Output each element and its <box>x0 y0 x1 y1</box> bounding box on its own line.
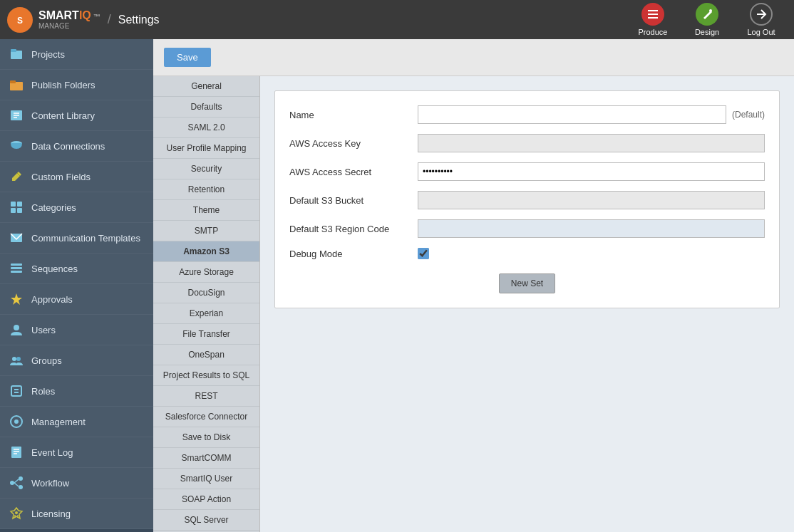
produce-button[interactable]: Produce <box>627 0 679 39</box>
roles-icon <box>9 383 24 399</box>
main-layout: Projects Publish Folders Content Library… <box>0 39 794 532</box>
sidebar-item-sequences[interactable]: Sequences <box>0 254 153 284</box>
sidebar-item-users[interactable]: Users <box>0 315 153 345</box>
field-label-debug-mode: Debug Mode <box>289 249 418 259</box>
logo-text: SMARTIQ™ MANAGE <box>38 9 100 30</box>
form-row-aws-access-key: AWS Access Key <box>289 134 765 152</box>
sidebar-item-content-library[interactable]: Content Library <box>0 100 153 131</box>
settings-nav-project-results-to-sql[interactable]: Project Results to SQL <box>153 365 259 386</box>
event-log-icon <box>9 444 24 460</box>
logout-button[interactable]: Log Out <box>736 0 787 39</box>
logo: S SMARTIQ™ MANAGE <box>7 7 100 33</box>
licensing-icon <box>9 506 24 521</box>
settings-nav-salesforce-connector[interactable]: Salesforce Connector <box>153 407 259 427</box>
sidebar-item-label: Roles <box>31 386 55 397</box>
logout-icon <box>750 3 773 26</box>
default-s3-bucket-input[interactable] <box>418 191 765 209</box>
svg-rect-4 <box>648 17 658 19</box>
settings-nav-user-profile-mapping[interactable]: User Profile Mapping <box>153 138 259 159</box>
users-icon <box>9 322 24 338</box>
svg-point-40 <box>19 485 23 489</box>
sidebar-item-label: Communication Templates <box>31 233 140 244</box>
sidebar-item-management[interactable]: Management <box>0 407 153 437</box>
settings-nav-rest[interactable]: REST <box>153 386 259 407</box>
settings-nav-file-transfer[interactable]: File Transfer <box>153 324 259 345</box>
name-input[interactable] <box>418 105 726 124</box>
settings-nav-theme[interactable]: Theme <box>153 200 259 221</box>
settings-nav-saml[interactable]: SAML 2.0 <box>153 118 259 138</box>
settings-nav-azure-storage[interactable]: Azure Storage <box>153 262 259 283</box>
categories-icon <box>9 199 24 215</box>
form-row-name: Name (Default) <box>289 105 765 124</box>
settings-nav-security[interactable]: Security <box>153 159 259 179</box>
sidebar-item-label: Groups <box>31 355 62 366</box>
settings-nav-smartiq-user[interactable]: SmartIQ User <box>153 469 259 489</box>
sidebar-item-roles[interactable]: Roles <box>0 376 153 407</box>
debug-mode-checkbox[interactable] <box>418 248 429 259</box>
sidebar-item-publish-folders[interactable]: Publish Folders <box>0 70 153 100</box>
sidebar-item-workflow[interactable]: Workflow <box>0 468 153 499</box>
sidebar-item-label: Licensing <box>31 508 71 519</box>
sidebar-item-categories[interactable]: Categories <box>0 192 153 223</box>
field-label-aws-access-key: AWS Access Key <box>289 138 418 149</box>
sidebar-item-label: Users <box>31 325 56 335</box>
svg-text:S: S <box>17 16 23 26</box>
produce-icon <box>641 3 664 26</box>
sidebar-item-approvals[interactable]: Approvals <box>0 284 153 315</box>
settings-nav-onespan[interactable]: OneSpan <box>153 345 259 365</box>
svg-rect-19 <box>11 208 16 213</box>
sidebar-item-label: Event Log <box>31 447 73 458</box>
settings-nav-docusign[interactable]: DocuSign <box>153 283 259 303</box>
sidebar-item-data-connections[interactable]: Data Connections <box>0 131 153 162</box>
settings-nav-save-to-disk[interactable]: Save to Disk <box>153 427 259 448</box>
sidebar-item-label: Sequences <box>31 264 78 274</box>
svg-rect-23 <box>11 267 22 269</box>
svg-rect-8 <box>11 49 16 52</box>
settings-nav-retention[interactable]: Retention <box>153 179 259 200</box>
sidebar-item-event-log[interactable]: Event Log <box>0 437 153 468</box>
sidebar-item-label: Data Connections <box>31 141 105 152</box>
amazon-s3-form: Name (Default) AWS Access Key AWS Access <box>274 90 780 308</box>
name-input-group: (Default) <box>418 105 765 124</box>
aws-access-key-input[interactable] <box>418 134 765 152</box>
default-s3-region-code-input[interactable] <box>418 219 765 238</box>
sidebar-item-projects[interactable]: Projects <box>0 39 153 70</box>
default-label: (Default) <box>732 110 765 120</box>
sidebar-item-communication-templates[interactable]: Communication Templates <box>0 223 153 254</box>
sidebar-item-label: Publish Folders <box>31 80 96 90</box>
publish-folders-icon <box>9 77 24 93</box>
aws-access-secret-input[interactable] <box>418 162 765 181</box>
settings-nav-smartcomm[interactable]: SmartCOMM <box>153 448 259 469</box>
design-button[interactable]: Design <box>681 0 733 39</box>
sidebar: Projects Publish Folders Content Library… <box>0 39 153 532</box>
settings-nav-smtp[interactable]: SMTP <box>153 221 259 241</box>
data-connections-icon <box>9 138 24 154</box>
sidebar-item-groups[interactable]: Groups <box>0 345 153 376</box>
svg-marker-25 <box>11 293 22 305</box>
communication-templates-icon <box>9 230 24 246</box>
settings-nav-defaults[interactable]: Defaults <box>153 97 259 118</box>
settings-nav-sql-server[interactable]: SQL Server <box>153 510 259 531</box>
sidebar-item-custom-fields[interactable]: Custom Fields <box>0 162 153 192</box>
sidebar-item-label: Approvals <box>31 294 73 305</box>
svg-point-38 <box>10 481 14 485</box>
settings-nav-general[interactable]: General <box>153 76 259 97</box>
svg-rect-18 <box>17 202 22 207</box>
custom-fields-icon <box>9 169 24 184</box>
svg-rect-22 <box>11 264 22 266</box>
settings-nav-amazon-s3[interactable]: Amazon S3 <box>153 241 259 262</box>
settings-nav-experian[interactable]: Experian <box>153 303 259 324</box>
new-set-button[interactable]: New Set <box>499 273 555 293</box>
settings-nav-soap-action[interactable]: SOAP Action <box>153 489 259 510</box>
sidebar-item-label: Custom Fields <box>31 172 91 182</box>
sidebar-item-licensing[interactable]: Licensing <box>0 499 153 529</box>
toolbar: Save <box>153 39 794 76</box>
svg-point-28 <box>16 357 21 361</box>
save-button[interactable]: Save <box>164 48 211 67</box>
field-label-default-s3-region-code: Default S3 Region Code <box>289 224 418 234</box>
sidebar-item-settings[interactable]: Settings <box>0 529 153 532</box>
design-icon <box>696 3 718 26</box>
projects-icon <box>9 46 24 62</box>
svg-rect-24 <box>11 271 22 273</box>
topbar: S SMARTIQ™ MANAGE / Settings Produce Des… <box>0 0 794 39</box>
